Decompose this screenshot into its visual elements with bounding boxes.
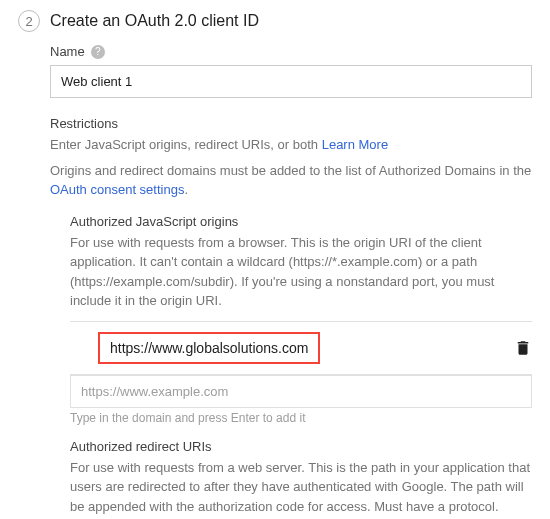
redirect-uris-title: Authorized redirect URIs — [70, 439, 532, 454]
name-label-text: Name — [50, 44, 85, 59]
page-title: Create an OAuth 2.0 client ID — [50, 12, 259, 30]
restrictions-note-prefix: Origins and redirect domains must be add… — [50, 163, 531, 178]
step-number-badge: 2 — [18, 10, 40, 32]
restrictions-intro-text: Enter JavaScript origins, redirect URIs,… — [50, 137, 322, 152]
step-header: 2 Create an OAuth 2.0 client ID — [18, 10, 532, 32]
js-origin-add-input[interactable] — [70, 375, 532, 408]
js-origins-desc: For use with requests from a browser. Th… — [70, 233, 532, 311]
js-origin-value[interactable]: https://www.globalsolutions.com — [98, 332, 320, 364]
redirect-uris-desc: For use with requests from a web server.… — [70, 458, 532, 520]
restrictions-note: Origins and redirect domains must be add… — [50, 161, 532, 200]
js-origins-section: Authorized JavaScript origins For use wi… — [70, 214, 532, 425]
restrictions-intro: Enter JavaScript origins, redirect URIs,… — [50, 135, 532, 155]
name-field[interactable] — [50, 65, 532, 98]
js-origin-row: https://www.globalsolutions.com — [70, 322, 532, 374]
name-label: Name ? — [50, 44, 532, 59]
restrictions-title: Restrictions — [50, 116, 532, 131]
restrictions-note-suffix: . — [184, 182, 188, 197]
oauth-consent-link[interactable]: OAuth consent settings — [50, 182, 184, 197]
trash-icon[interactable] — [514, 338, 532, 358]
js-origins-title: Authorized JavaScript origins — [70, 214, 532, 229]
js-origin-hint: Type in the domain and press Enter to ad… — [70, 411, 532, 425]
help-icon[interactable]: ? — [91, 45, 105, 59]
learn-more-link[interactable]: Learn More — [322, 137, 388, 152]
redirect-uris-section: Authorized redirect URIs For use with re… — [70, 439, 532, 520]
